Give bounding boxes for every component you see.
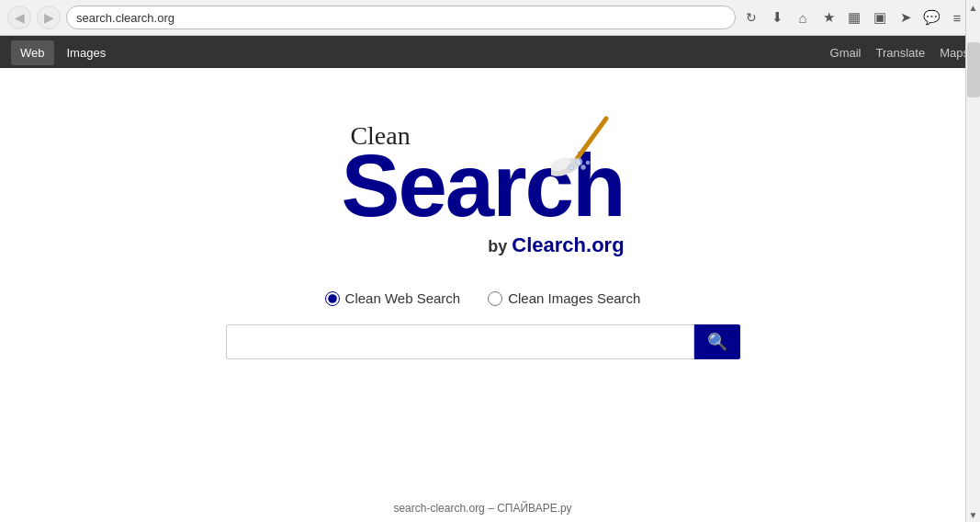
nav-bar: Web Images Gmail Translate Maps [0, 36, 980, 69]
search-button[interactable]: 🔍 [694, 324, 740, 359]
address-bar: ◀ ▶ ↻ ⬇ ⌂ ★ ▦ ▣ ➤ 💬 ≡ [0, 0, 980, 36]
clean-text: Clean [350, 121, 410, 151]
url-input[interactable] [66, 6, 736, 29]
search-input[interactable] [226, 324, 694, 359]
bookmark-icon[interactable]: ★ [818, 7, 839, 28]
svg-point-5 [580, 165, 585, 170]
images-search-label: Clean Images Search [508, 290, 640, 306]
scroll-up-arrow[interactable]: ▲ [966, 0, 980, 15]
scrollbar-thumb[interactable] [967, 42, 980, 97]
refresh-button[interactable]: ↻ [741, 7, 761, 28]
web-search-radio[interactable] [325, 291, 340, 306]
home-icon[interactable]: ⌂ [793, 7, 813, 28]
share-icon[interactable]: ➤ [896, 7, 916, 28]
nav-translate[interactable]: Translate [875, 46, 925, 60]
nav-left: Web Images [11, 40, 115, 65]
nav-images[interactable]: Images [58, 40, 116, 65]
scroll-down-arrow[interactable]: ▼ [966, 507, 980, 522]
nav-right: Gmail Translate Maps [830, 46, 969, 60]
pocket-icon[interactable]: ▣ [870, 7, 890, 28]
images-search-radio-label[interactable]: Clean Images Search [488, 290, 640, 306]
toolbar-icons: ⬇ ⌂ ★ ▦ ▣ ➤ 💬 ≡ [767, 7, 973, 28]
broom-icon [551, 114, 634, 178]
logo-container: Clean Search [341, 142, 624, 230]
by-clearch-text: by Clearch.org [341, 233, 624, 257]
chat-icon[interactable]: 💬 [921, 7, 941, 28]
footer: search-clearch.org – СПАЙВАРЕ.ру [0, 502, 965, 515]
search-box: 🔍 [226, 324, 740, 359]
radio-group: Clean Web Search Clean Images Search [325, 290, 641, 306]
scrollbar[interactable]: ▲ ▼ [965, 0, 980, 522]
page-content: Clean Search by Clearch.org [0, 68, 965, 522]
web-search-label: Clean Web Search [345, 290, 461, 306]
back-button[interactable]: ◀ [7, 6, 31, 29]
svg-point-3 [575, 158, 582, 165]
web-search-radio-label[interactable]: Clean Web Search [325, 290, 461, 306]
reader-icon[interactable]: ▦ [844, 7, 864, 28]
download-icon[interactable]: ⬇ [767, 7, 787, 28]
search-icon: 🔍 [707, 332, 727, 352]
svg-point-6 [586, 161, 590, 165]
nav-gmail[interactable]: Gmail [830, 46, 862, 60]
svg-point-4 [569, 165, 574, 170]
logo-area: Clean Search by Clearch.org [341, 142, 624, 257]
images-search-radio[interactable] [488, 291, 502, 306]
footer-text: search-clearch.org – СПАЙВАРЕ.ру [393, 502, 571, 515]
nav-web[interactable]: Web [11, 40, 54, 65]
menu-icon[interactable]: ≡ [947, 7, 967, 28]
forward-button[interactable]: ▶ [37, 6, 61, 29]
